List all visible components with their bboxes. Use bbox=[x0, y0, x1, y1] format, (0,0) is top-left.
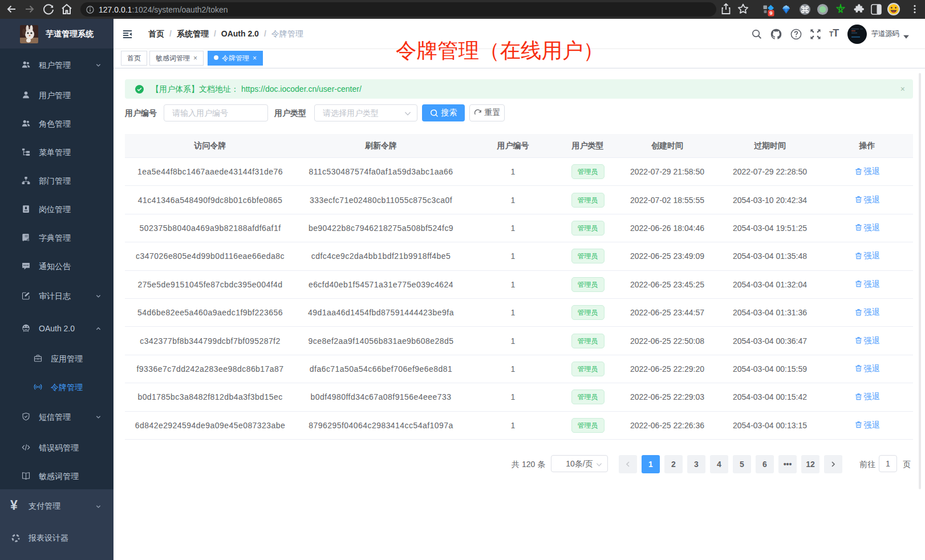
svg-text:9: 9 bbox=[769, 10, 772, 16]
